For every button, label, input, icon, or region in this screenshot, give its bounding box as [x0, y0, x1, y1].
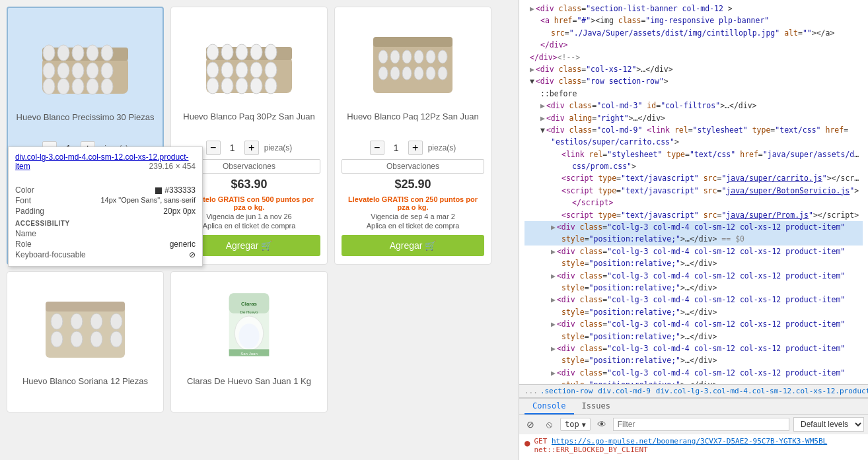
code-line[interactable]: src="./Java/Super/assets/dist/img/cintil… — [524, 27, 863, 39]
code-line[interactable]: css/prom.css"> — [524, 160, 863, 172]
vigencia-text: Vigencia de sep 4 a mar 2 — [371, 213, 455, 220]
svg-rect-18 — [206, 47, 292, 60]
svg-point-33 — [265, 78, 277, 94]
qty-plus-button[interactable]: + — [408, 141, 423, 155]
svg-point-40 — [426, 50, 435, 63]
code-line[interactable]: </div><!--> — [524, 51, 863, 63]
svg-point-46 — [426, 67, 435, 80]
error-text: GET https://s.go-mpulse.net/boomerang/3C… — [534, 437, 863, 454]
code-line[interactable]: ::before — [524, 88, 863, 100]
svg-point-54 — [71, 331, 83, 347]
devtools-bottom: ConsoleIssues ⊘ ⦸ top ▼ 👁 Default levels… — [519, 398, 868, 460]
code-line[interactable]: ▶<div class="col-md-3" id="col-filtros">… — [524, 100, 863, 112]
code-line[interactable]: ▶<div aling="right">…</div> — [524, 112, 863, 124]
code-line[interactable]: </script> — [524, 197, 863, 209]
quantity-row: − 1 + pieza(s) — [206, 141, 293, 155]
code-line[interactable]: <a href="#"><img class="img-responsive p… — [524, 15, 863, 26]
product-image — [196, 14, 302, 106]
console-content: ● GET https://s.go-mpulse.net/boomerang/… — [519, 434, 868, 460]
svg-rect-49 — [46, 302, 125, 312]
console-top-select[interactable]: top ▼ — [560, 418, 591, 431]
code-line[interactable]: style="position:relative;">…</div> — [524, 379, 863, 384]
svg-point-12 — [43, 79, 55, 94]
console-stop-button[interactable]: ⦸ — [542, 417, 556, 432]
tab-issues[interactable]: Issues — [574, 399, 618, 414]
qty-minus-button[interactable]: − — [370, 141, 384, 155]
svg-point-23 — [265, 44, 277, 60]
console-eye-button[interactable]: 👁 — [595, 417, 609, 432]
code-line[interactable]: style="position:relative;">…</div> — [524, 257, 863, 269]
code-line[interactable]: ▶<div class="col-lg-3 col-md-4 col-sm-12… — [524, 270, 863, 282]
code-line[interactable]: style="position:relative;">…</div> — [524, 331, 863, 343]
promo-text: Llevatelo GRATIS con 250 puntos por pza … — [342, 195, 484, 211]
svg-point-25 — [221, 62, 233, 78]
product-card-5: Claras De Huevo San Juan Claras De Huevo… — [170, 271, 328, 412]
console-tabs-bar: ConsoleIssues — [519, 399, 868, 415]
error-url-link[interactable]: https://s.go-mpulse.net/boomerang/3CVX7-… — [552, 437, 827, 445]
svg-point-2 — [43, 45, 55, 61]
breadcrumb-item-0[interactable]: .section-row — [540, 387, 593, 395]
svg-text:Claras: Claras — [241, 301, 258, 307]
inspector-color-label: Color — [15, 185, 61, 195]
inspector-name-label: Name — [15, 229, 61, 238]
code-line[interactable]: ▶<div class="col-xs-12">…</div> — [524, 63, 863, 75]
code-line[interactable]: ▶<div class="col-lg-3 col-md-4 col-sm-12… — [524, 318, 863, 330]
code-line[interactable]: <script type="text/javascript" src="java… — [524, 172, 863, 184]
svg-point-15 — [87, 79, 98, 94]
svg-point-24 — [207, 62, 219, 78]
breadcrumb-item-2[interactable]: div.col-lg-3.col-md-4.col-sm-12.col-xs-1… — [656, 387, 868, 395]
qty-unit: pieza(s) — [428, 143, 456, 152]
vigencia-text: Vigencia de jun 1 a nov 26 — [206, 213, 291, 220]
code-line[interactable]: <link rel="stylesheet" type="text/css" h… — [524, 148, 863, 160]
qty-unit: pieza(s) — [264, 143, 293, 152]
code-line[interactable]: "estilos/super/carrito.css"> — [524, 136, 863, 148]
console-filter-input[interactable] — [613, 418, 789, 431]
tab-console[interactable]: Console — [524, 399, 574, 414]
ellipsis-left: ... — [524, 387, 538, 395]
svg-point-8 — [57, 63, 69, 79]
svg-point-13 — [57, 79, 69, 94]
aplica-text: Aplica en el ticket de compra — [367, 222, 460, 230]
agregar-button[interactable]: Agregar 🛒 — [342, 235, 484, 256]
code-line[interactable]: style="position:relative;">…</div> — [524, 306, 863, 318]
svg-point-9 — [72, 63, 84, 79]
quantity-row: − 1 + pieza(s) — [370, 141, 456, 155]
product-image — [32, 279, 138, 371]
code-line[interactable]: ▶<div class="col-lg-3 col-md-4 col-sm-12… — [524, 294, 863, 306]
code-line[interactable]: ▼<div class="row section-row"> — [524, 75, 863, 87]
qty-minus-button[interactable]: − — [206, 141, 221, 155]
breadcrumb-item-1[interactable]: div.col-md-9 — [598, 387, 650, 395]
svg-point-29 — [207, 78, 219, 94]
code-line[interactable]: ▶<div class="col-lg-3 col-md-4 col-sm-12… — [524, 221, 863, 233]
svg-point-30 — [221, 78, 233, 94]
svg-rect-0 — [42, 57, 128, 94]
product-listing: Huevo Blanco Precissimo 30 Piezas − 1 + … — [0, 0, 519, 460]
code-line[interactable]: ▶<div class="col-lg-3 col-md-4 col-sm-12… — [524, 343, 863, 354]
svg-rect-35 — [373, 37, 452, 47]
qty-plus-button[interactable]: + — [244, 141, 259, 155]
inspector-element-class[interactable]: div.col-lg-3.col-md-4.col-sm-12.col-xs-1… — [15, 152, 196, 171]
code-line[interactable]: <script type="text/javascript" src="java… — [524, 209, 863, 221]
code-line[interactable]: style="position:relative;">…</div> — [524, 354, 863, 366]
svg-point-16 — [101, 79, 113, 94]
console-levels-select[interactable]: Default levels — [793, 417, 864, 432]
code-line[interactable]: style="position:relative;">…</div> == $0 — [524, 233, 863, 245]
observaciones-button[interactable]: Observaciones — [342, 159, 484, 174]
code-line[interactable]: <script type="text/javascript" src="java… — [524, 185, 863, 197]
product-name: Huevo Blanco Paq 12Pz San Juan — [347, 112, 478, 135]
svg-point-63 — [238, 323, 259, 348]
console-clear-button[interactable]: ⊘ — [523, 417, 538, 432]
code-line[interactable]: ▶<div class="section-list-banner col-md-… — [524, 3, 863, 15]
svg-point-4 — [72, 45, 84, 61]
code-line[interactable]: ▶<div class="col-lg-3 col-md-4 col-sm-12… — [524, 246, 863, 257]
svg-point-7 — [43, 63, 55, 79]
devtools-panel: ▶<div class="section-list-banner col-md-… — [519, 0, 868, 460]
svg-point-41 — [438, 50, 447, 63]
svg-point-56 — [110, 313, 122, 329]
code-line[interactable]: ▶<div class="col-lg-3 col-md-4 col-sm-12… — [524, 367, 863, 379]
code-line[interactable]: ▼<div class="col-md-9" <link rel="styles… — [524, 124, 863, 136]
code-line[interactable]: </div> — [524, 39, 863, 51]
qty-value: 1 — [390, 143, 403, 153]
devtools-breadcrumb: ... .section-row div.col-md-9 div.col-lg… — [519, 384, 868, 398]
code-line[interactable]: style="position:relative;">…</div> — [524, 282, 863, 294]
